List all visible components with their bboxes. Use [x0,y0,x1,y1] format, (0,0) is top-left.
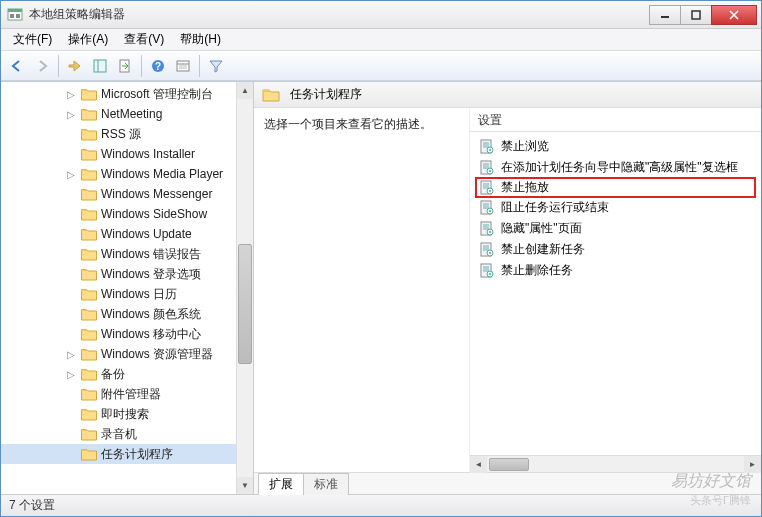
scroll-left-icon[interactable]: ◄ [470,456,487,473]
tree-item[interactable]: ▷Windows Media Player [1,164,253,184]
setting-item[interactable]: 禁止创建新任务 [476,239,755,260]
menu-action[interactable]: 操作(A) [60,29,116,50]
tree-item[interactable]: RSS 源 [1,124,253,144]
policy-icon [479,221,495,237]
scroll-up-icon[interactable]: ▲ [237,82,253,99]
export-button[interactable] [113,54,137,78]
back-button[interactable] [5,54,29,78]
svg-rect-5 [692,11,700,19]
setting-item[interactable]: 禁止删除任务 [476,260,755,281]
close-button[interactable] [711,5,757,25]
folder-icon [81,387,97,401]
properties-button[interactable] [171,54,195,78]
window-controls [650,5,757,25]
hscroll-thumb[interactable] [489,458,529,471]
menu-view[interactable]: 查看(V) [116,29,172,50]
svg-rect-8 [94,60,106,72]
tree-item[interactable]: Windows 登录选项 [1,264,253,284]
tree-item-label: Windows SideShow [101,207,207,221]
expand-icon[interactable]: ▷ [65,168,77,180]
tree-spacer [65,188,77,200]
window-root: 本地组策略编辑器 文件(F) 操作(A) 查看(V) 帮助(H) ? ▷Micr… [0,0,762,517]
tree-item[interactable]: Windows 颜色系统 [1,304,253,324]
tree-item-label: 录音机 [101,426,137,443]
menubar: 文件(F) 操作(A) 查看(V) 帮助(H) [1,29,761,51]
setting-item[interactable]: 在添加计划任务向导中隐藏"高级属性"复选框 [476,157,755,178]
tree-item[interactable]: ▷Microsoft 管理控制台 [1,84,253,104]
svg-text:?: ? [155,61,161,72]
setting-item[interactable]: 禁止拖放 [475,177,756,198]
scroll-down-icon[interactable]: ▼ [237,477,253,494]
setting-label: 禁止浏览 [501,138,549,155]
settings-hscrollbar[interactable]: ◄ ► [470,455,761,472]
forward-button[interactable] [30,54,54,78]
svg-point-51 [489,231,491,233]
svg-point-44 [489,210,491,212]
tree-item[interactable]: Windows Messenger [1,184,253,204]
svg-point-23 [489,149,491,151]
help-button[interactable]: ? [146,54,170,78]
menu-file[interactable]: 文件(F) [5,29,60,50]
separator [199,55,200,77]
tree-item-label: 备份 [101,366,125,383]
tree-item-label: Windows Media Player [101,167,223,181]
tree-spacer [65,408,77,420]
svg-point-30 [489,170,491,172]
tree-item-label: Windows 错误报告 [101,246,201,263]
expand-icon[interactable]: ▷ [65,108,77,120]
expand-icon[interactable]: ▷ [65,368,77,380]
setting-label: 隐藏"属性"页面 [501,220,582,237]
tree-item[interactable]: 附件管理器 [1,384,253,404]
folder-icon [81,407,97,421]
tree-item-label: NetMeeting [101,107,162,121]
tree-spacer [65,128,77,140]
folder-icon [81,227,97,241]
menu-help[interactable]: 帮助(H) [172,29,229,50]
tree-pane: ▷Microsoft 管理控制台▷NetMeetingRSS 源Windows … [1,82,254,494]
expand-icon[interactable]: ▷ [65,88,77,100]
settings-header[interactable]: 设置 [470,108,761,132]
window-title: 本地组策略编辑器 [29,6,650,23]
up-button[interactable] [63,54,87,78]
setting-item[interactable]: 隐藏"属性"页面 [476,218,755,239]
folder-icon [81,87,97,101]
tree-item[interactable]: Windows 日历 [1,284,253,304]
tab-extended[interactable]: 扩展 [258,473,304,495]
svg-rect-1 [8,9,22,12]
tree-item[interactable]: ▷NetMeeting [1,104,253,124]
scroll-right-icon[interactable]: ► [744,456,761,473]
tree-item[interactable]: ▷备份 [1,364,253,384]
setting-label: 禁止删除任务 [501,262,573,279]
folder-icon [81,367,97,381]
policy-icon [479,160,495,176]
tree-scrollbar[interactable]: ▲ ▼ [236,82,253,494]
show-tree-button[interactable] [88,54,112,78]
maximize-button[interactable] [680,5,712,25]
tree-item[interactable]: 录音机 [1,424,253,444]
setting-item[interactable]: 阻止任务运行或结束 [476,197,755,218]
tree-item-label: Windows Installer [101,147,195,161]
folder-icon [81,427,97,441]
settings-list: 禁止浏览在添加计划任务向导中隐藏"高级属性"复选框禁止拖放阻止任务运行或结束隐藏… [470,132,761,285]
tab-standard[interactable]: 标准 [303,473,349,495]
tree-item[interactable]: Windows 移动中心 [1,324,253,344]
svg-point-65 [489,273,491,275]
tree-view[interactable]: ▷Microsoft 管理控制台▷NetMeetingRSS 源Windows … [1,82,253,494]
scroll-thumb[interactable] [238,244,252,364]
tree-item[interactable]: Windows Installer [1,144,253,164]
expand-icon[interactable]: ▷ [65,348,77,360]
tree-item[interactable]: 任务计划程序 [1,444,253,464]
tree-item[interactable]: Windows 错误报告 [1,244,253,264]
minimize-button[interactable] [649,5,681,25]
svg-rect-3 [16,14,20,18]
body-area: ▷Microsoft 管理控制台▷NetMeetingRSS 源Windows … [1,81,761,494]
tree-item[interactable]: Windows Update [1,224,253,244]
filter-button[interactable] [204,54,228,78]
tree-item-label: RSS 源 [101,126,141,143]
tree-spacer [65,388,77,400]
tree-item[interactable]: 即时搜索 [1,404,253,424]
tree-item[interactable]: Windows SideShow [1,204,253,224]
tree-item[interactable]: ▷Windows 资源管理器 [1,344,253,364]
setting-label: 禁止创建新任务 [501,241,585,258]
setting-item[interactable]: 禁止浏览 [476,136,755,157]
